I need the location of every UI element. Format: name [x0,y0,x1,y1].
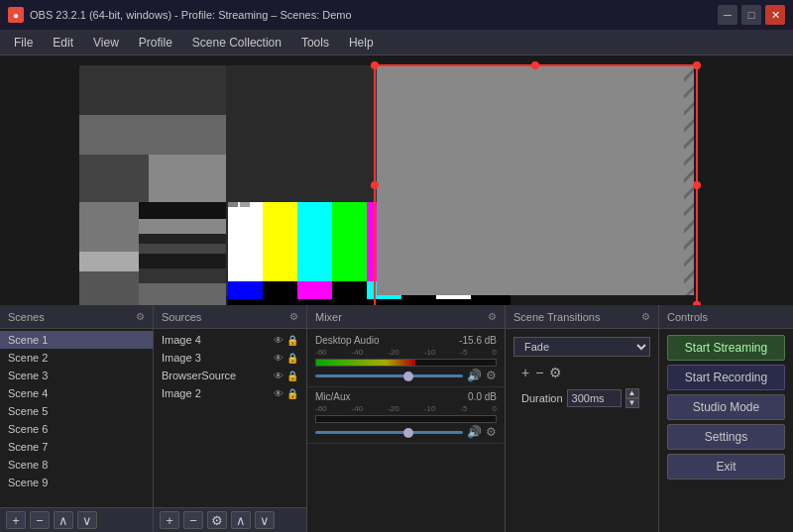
sources-list: Image 4 👁 🔒 Image 3 👁 🔒 BrowserSource [154,329,306,507]
source-item[interactable]: Image 3 👁 🔒 [154,349,306,367]
scenes-panel: Scenes ⚙ Scene 1 Scene 2 Scene 3 Scene 4… [0,305,154,532]
mic-aux-settings-icon[interactable]: ⚙ [486,425,497,439]
source-lock-icon[interactable]: 🔒 [286,353,298,364]
mic-aux-fader[interactable] [315,431,463,434]
controls-label: Controls [667,311,708,323]
minimize-button[interactable]: ─ [718,5,737,25]
transition-settings-icon[interactable]: ⚙ [549,365,562,380]
maximize-button[interactable]: □ [741,5,761,25]
controls-panel-header: Controls [659,305,793,329]
svg-rect-6 [332,202,367,281]
transitions-config-icon[interactable]: ⚙ [641,311,650,322]
menu-help[interactable]: Help [339,34,384,52]
svg-rect-5 [297,202,332,281]
fader-row: 🔊 ⚙ [315,425,497,439]
scene-item[interactable]: Scene 6 [0,420,153,438]
scene-down-button[interactable]: ∨ [77,511,97,529]
source-icons: 👁 🔒 [274,371,298,381]
mic-aux-mute-icon[interactable]: 🔊 [467,425,482,439]
desktop-audio-settings-icon[interactable]: ⚙ [486,369,497,382]
transitions-panel-header: Scene Transitions ⚙ [506,305,658,329]
menu-profile[interactable]: Profile [129,34,182,52]
duration-down-button[interactable]: ▼ [625,398,639,408]
desktop-audio-fader[interactable] [315,374,463,377]
studio-mode-button[interactable]: Studio Mode [667,394,785,420]
scenes-panel-header: Scenes ⚙ [0,305,153,329]
source-lock-icon[interactable]: 🔒 [286,371,298,381]
scene-item[interactable]: Scene 2 [0,349,153,367]
start-recording-button[interactable]: Start Recording [667,365,785,390]
duration-input[interactable] [567,389,622,407]
spin-buttons: ▲ ▼ [625,388,639,408]
menu-view[interactable]: View [83,34,129,52]
source-eye-icon[interactable]: 👁 [274,353,283,364]
remove-scene-button[interactable]: − [30,511,50,529]
remove-transition-icon[interactable]: − [535,365,543,380]
mixer-config-icon[interactable]: ⚙ [488,311,497,322]
source-eye-icon[interactable]: 👁 [274,388,283,399]
source-up-button[interactable]: ∧ [231,511,251,529]
source-down-button[interactable]: ∨ [255,511,275,529]
sources-config-icon[interactable]: ⚙ [289,311,298,322]
source-eye-icon[interactable]: 👁 [274,371,283,381]
source-item[interactable]: Image 4 👁 🔒 [154,331,306,349]
settings-button[interactable]: Settings [667,424,785,450]
menu-tools[interactable]: Tools [291,34,339,52]
close-button[interactable]: ✕ [765,5,785,25]
svg-rect-32 [79,65,226,115]
mixer-channel-name: Mic/Aux 0.0 dB [315,391,497,402]
fader-knob[interactable] [403,372,413,381]
source-eye-icon[interactable]: 👁 [274,335,283,346]
transitions-label: Scene Transitions [513,311,600,323]
transition-type-select[interactable]: Fade Cut Stinger Slide [513,337,650,357]
source-icons: 👁 🔒 [274,335,298,346]
add-source-button[interactable]: + [160,511,179,529]
start-streaming-button[interactable]: Start Streaming [667,335,785,361]
sources-panel: Sources ⚙ Image 4 👁 🔒 Image 3 👁 🔒 [154,305,307,532]
svg-rect-28 [139,254,226,268]
duration-label: Duration [521,392,563,404]
exit-button[interactable]: Exit [667,454,785,479]
scene-item[interactable]: Scene 1 [0,331,153,349]
mic-aux-db: 0.0 dB [468,391,497,402]
desktop-audio-meter-fill [316,360,415,366]
menu-edit[interactable]: Edit [43,34,83,52]
svg-rect-26 [139,234,226,244]
scene-item[interactable]: Scene 4 [0,384,153,402]
scenes-footer: + − ∧ ∨ [0,507,153,532]
source-settings-button[interactable]: ⚙ [207,511,227,529]
source-item[interactable]: Image 2 👁 🔒 [154,384,306,402]
meter-labels: -60-40-20-10-50 [315,404,497,413]
add-transition-icon[interactable]: + [521,365,529,380]
source-name: Image 3 [162,352,201,364]
scenes-config-icon[interactable]: ⚙ [136,311,145,322]
duration-up-button[interactable]: ▲ [625,388,639,398]
svg-rect-13 [297,281,332,299]
scene-up-button[interactable]: ∧ [54,511,73,529]
meter-labels: -60-40-20-10-50 [315,348,497,357]
remove-source-button[interactable]: − [183,511,203,529]
source-item[interactable]: BrowserSource 👁 🔒 [154,367,306,384]
menu-file[interactable]: File [4,34,43,52]
scene-item[interactable]: Scene 5 [0,402,153,420]
mic-aux-meter [315,415,497,423]
svg-rect-35 [149,155,226,202]
add-scene-button[interactable]: + [6,511,26,529]
scene-item[interactable]: Scene 8 [0,456,153,474]
svg-point-40 [371,61,379,69]
svg-rect-38 [684,65,694,295]
scenes-list: Scene 1 Scene 2 Scene 3 Scene 4 Scene 5 … [0,329,153,507]
svg-rect-36 [377,65,694,295]
svg-rect-3 [228,202,263,281]
source-lock-icon[interactable]: 🔒 [286,335,298,346]
scene-item[interactable]: Scene 9 [0,474,153,491]
scene-item[interactable]: Scene 3 [0,367,153,384]
desktop-audio-mute-icon[interactable]: 🔊 [467,369,482,382]
source-name: BrowserSource [162,370,236,381]
fader-knob[interactable] [403,428,413,438]
menu-scene-collection[interactable]: Scene Collection [182,34,291,52]
source-lock-icon[interactable]: 🔒 [286,388,298,399]
sources-footer: + − ⚙ ∧ ∨ [154,507,306,532]
scene-item[interactable]: Scene 7 [0,438,153,456]
bottom-panel: Scenes ⚙ Scene 1 Scene 2 Scene 3 Scene 4… [0,305,793,532]
